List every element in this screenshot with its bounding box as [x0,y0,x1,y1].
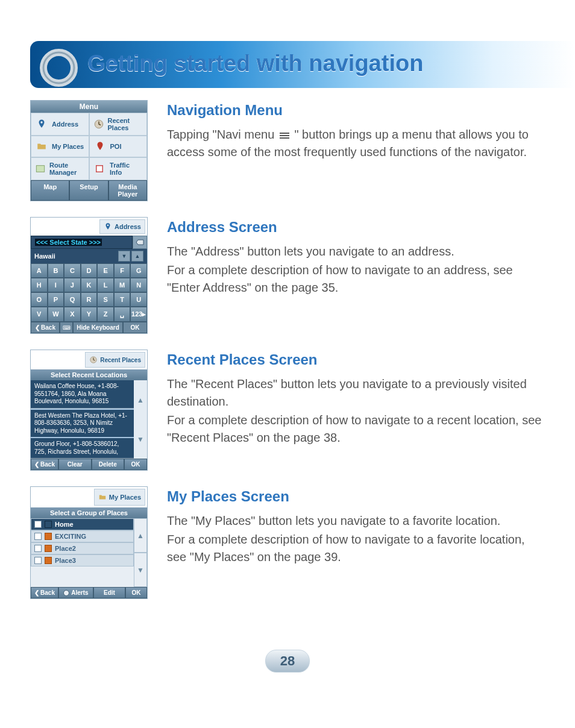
chevron-left-icon: ❮ [34,461,39,468]
svg-rect-4 [36,166,45,172]
erase-button[interactable] [133,236,147,249]
menu-item-recent-places[interactable]: Recent Places [89,113,148,136]
poi-icon [93,140,107,153]
clock-icon [89,356,98,364]
scroll-down-button[interactable]: ▼ [134,419,147,459]
menu-footer-map[interactable]: Map [31,180,69,201]
scroll-up-button[interactable]: ▲ [134,380,147,419]
menu-item-poi[interactable]: POI [89,136,148,157]
recent-item[interactable]: Ground Floor, +1-808-5386012, 725, Richa… [31,438,134,459]
keyboard-back-button[interactable]: ❮Back [31,322,60,333]
key-i[interactable]: I [48,278,64,292]
state-down-button[interactable]: ▼ [118,251,130,262]
key-n[interactable]: N [130,278,147,292]
recent-titlebar: Select Recent Locations [31,369,147,380]
my-places-back-button[interactable]: ❮Back [31,587,58,598]
my-places-item[interactable]: Home [31,518,134,530]
svg-point-2 [40,121,42,123]
key-f[interactable]: F [114,263,131,278]
my-places-item[interactable]: Place3 [31,554,134,566]
folder-icon [35,140,48,153]
key-o[interactable]: O [31,292,48,307]
key-s[interactable]: S [97,292,114,307]
key-q[interactable]: Q [64,292,81,307]
keyboard-layout-button[interactable]: ⌨ [60,322,73,333]
page-title: Getting started with navigation [87,51,423,77]
menu-item-route-manager[interactable]: Route Manager [31,157,89,180]
key-d[interactable]: D [81,263,98,278]
key-r[interactable]: R [81,292,98,307]
checkbox-icon[interactable] [34,545,42,552]
key-space[interactable]: ␣ [114,307,131,322]
scroll-down-button[interactable]: ▼ [134,553,147,587]
recent-chip: Recent Places [85,352,145,368]
my-places-edit-button[interactable]: Edit [93,587,125,598]
recent-clear-button[interactable]: Clear [58,459,92,470]
key-c[interactable]: C [64,263,81,278]
key-z[interactable]: Z [97,307,114,322]
key-y[interactable]: Y [81,307,98,322]
key-t[interactable]: T [114,292,131,307]
section-heading-navigation-menu: Navigation Menu [167,100,545,121]
recent-item[interactable]: Best Western The Plaza Hotel, +1-808-836… [31,409,134,439]
my-places-item[interactable]: Place2 [31,542,134,554]
menu-footer-setup[interactable]: Setup [69,180,108,201]
recent-delete-button[interactable]: Delete [92,459,125,470]
folder-icon [98,493,107,501]
clock-icon [93,118,104,131]
scroll-up-button[interactable]: ▲ [134,518,147,553]
checkbox-icon[interactable] [34,533,42,540]
my-places-body-1: The "My Places" button lets you navigate… [167,512,545,530]
recent-item[interactable]: Wailana Coffee House, +1-808-9551764, 18… [31,380,134,409]
recent-back-button[interactable]: ❮Back [31,459,58,470]
home-icon [45,521,52,528]
page-number-container: 28 [0,650,575,673]
my-places-ok-button[interactable]: OK [125,587,147,598]
checkbox-icon[interactable] [34,521,42,528]
page-header: Getting started with navigation [30,18,545,84]
key-123[interactable]: 123▸ [130,307,147,322]
key-k[interactable]: K [81,278,98,292]
key-v[interactable]: V [31,307,48,322]
my-places-titlebar: Select a Group of Places [31,507,147,518]
menu-titlebar: Menu [31,101,147,113]
my-places-item[interactable]: EXCITING [31,530,134,542]
key-l[interactable]: L [97,278,114,292]
header-ring-icon [36,45,81,90]
erase-icon [136,239,144,245]
address-screenshot: Address <<< Select State >>> Hawaii ▼▲ A… [30,217,148,334]
menu-item-traffic-info[interactable]: Traffic Info [89,157,148,180]
place-icon [45,557,52,564]
key-m[interactable]: M [114,278,131,292]
menu-footer-media-player[interactable]: Media Player [108,180,147,201]
key-x[interactable]: X [64,307,81,322]
menu-item-my-places[interactable]: My Places [31,136,89,157]
recent-body-2: For a complete description of how to nav… [167,412,545,447]
state-up-button[interactable]: ▲ [131,251,143,262]
state-label-row: Hawaii ▼▲ [31,249,147,263]
key-p[interactable]: P [48,292,64,307]
menu-item-address[interactable]: Address [31,113,89,136]
svg-rect-6 [97,166,102,172]
key-b[interactable]: B [48,263,64,278]
nav-menu-body: Tapping "Navi menu " button brings up a … [167,126,545,161]
key-u[interactable]: U [130,292,147,307]
key-j[interactable]: J [64,278,81,292]
select-state-field[interactable]: <<< Select State >>> [31,236,133,249]
address-body-1: The "Address" button lets you navigate t… [167,243,545,260]
recent-places-screenshot: Recent Places Select Recent Locations Wa… [30,350,148,471]
section-heading-my-places: My Places Screen [167,486,545,507]
key-g[interactable]: G [130,263,147,278]
keyboard-ok-button[interactable]: OK [123,322,147,333]
hide-keyboard-button[interactable]: Hide Keyboard [73,322,123,333]
key-h[interactable]: H [31,278,48,292]
chevron-left-icon: ❮ [35,324,40,331]
recent-ok-button[interactable]: OK [124,459,147,470]
key-e[interactable]: E [97,263,114,278]
section-heading-address: Address Screen [167,217,545,238]
checkbox-icon[interactable] [34,557,42,564]
key-a[interactable]: A [31,263,48,278]
place-icon [45,533,52,540]
my-places-alerts-button[interactable]: Alerts [58,587,93,598]
key-w[interactable]: W [48,307,64,322]
